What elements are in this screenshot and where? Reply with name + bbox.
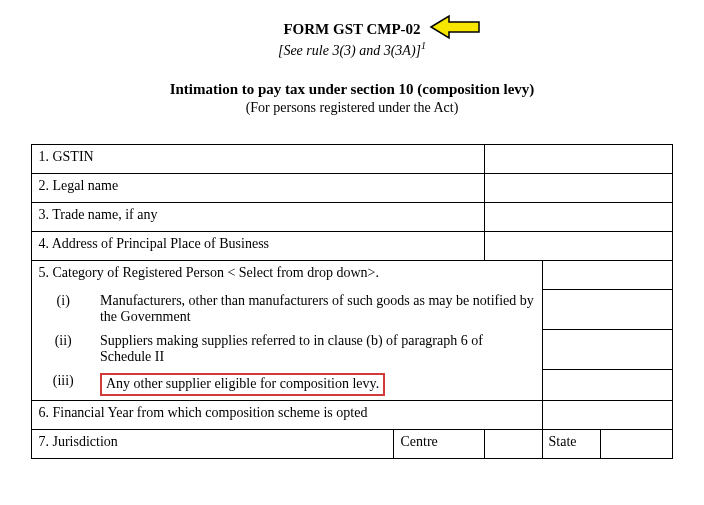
highlighted-text: Any other supplier eligible for composit…	[100, 373, 385, 396]
row-legal-name: 2. Legal name	[32, 173, 672, 202]
label-legal-name: 2. Legal name	[32, 173, 484, 202]
label-gstin: 1. GSTIN	[32, 144, 484, 173]
field-category-iii[interactable]	[542, 369, 672, 400]
row-category-ii: (ii) Suppliers making supplies referred …	[32, 329, 672, 369]
field-category-i[interactable]	[542, 289, 672, 329]
intimation-subtitle: (For persons registered under the Act)	[30, 100, 674, 116]
field-centre[interactable]	[484, 429, 542, 458]
form-page: FORM GST CMP-02 [See rule 3(3) and 3(3A)…	[0, 0, 704, 459]
field-financial-year[interactable]	[542, 400, 672, 429]
row-trade-name: 3. Trade name, if any	[32, 202, 672, 231]
row-address: 4. Address of Principal Place of Busines…	[32, 231, 672, 260]
category-option-manufacturers: Manufacturers, other than manufacturers …	[94, 289, 542, 329]
field-category-ii[interactable]	[542, 329, 672, 369]
field-state[interactable]	[600, 429, 672, 458]
form-title: FORM GST CMP-02	[283, 21, 420, 37]
row-category-header: 5. Category of Registered Person < Selec…	[32, 260, 672, 289]
field-gstin[interactable]	[484, 144, 672, 173]
form-table: 1. GSTIN 2. Legal name 3. Trade name, if…	[31, 144, 672, 459]
label-trade-name: 3. Trade name, if any	[32, 202, 484, 231]
roman-iii: (iii)	[32, 369, 94, 400]
label-address: 4. Address of Principal Place of Busines…	[32, 231, 484, 260]
field-category[interactable]	[542, 260, 672, 289]
label-state: State	[542, 429, 600, 458]
roman-ii: (ii)	[32, 329, 94, 369]
field-legal-name[interactable]	[484, 173, 672, 202]
category-option-suppliers-schedule-ii: Suppliers making supplies referred to in…	[94, 329, 542, 369]
row-category-i: (i) Manufacturers, other than manufactur…	[32, 289, 672, 329]
field-address[interactable]	[484, 231, 672, 260]
rule-reference: [See rule 3(3) and 3(3A)]1	[30, 40, 674, 59]
header: FORM GST CMP-02 [See rule 3(3) and 3(3A)…	[30, 20, 674, 116]
row-jurisdiction: 7. Jurisdiction Centre State	[32, 429, 672, 458]
roman-i: (i)	[32, 289, 94, 329]
label-centre: Centre	[394, 429, 484, 458]
row-financial-year: 6. Financial Year from which composition…	[32, 400, 672, 429]
category-option-other-supplier: Any other supplier eligible for composit…	[94, 369, 542, 400]
row-category-iii: (iii) Any other supplier eligible for co…	[32, 369, 672, 400]
label-financial-year: 6. Financial Year from which composition…	[32, 400, 542, 429]
label-category: 5. Category of Registered Person < Selec…	[32, 260, 542, 289]
intimation-title: Intimation to pay tax under section 10 (…	[30, 81, 674, 98]
label-jurisdiction: 7. Jurisdiction	[32, 429, 394, 458]
field-trade-name[interactable]	[484, 202, 672, 231]
row-gstin: 1. GSTIN	[32, 144, 672, 173]
arrow-left-icon	[429, 14, 483, 44]
svg-marker-0	[431, 16, 479, 38]
